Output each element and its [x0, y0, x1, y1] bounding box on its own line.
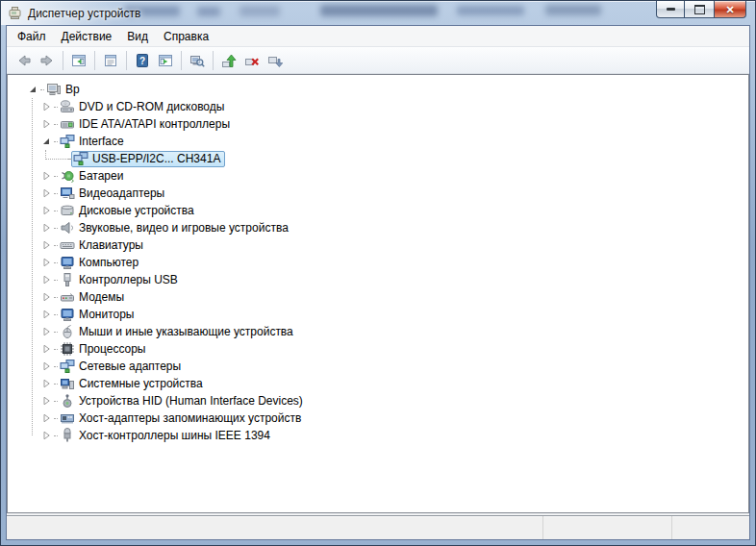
tree-item[interactable]: Interface	[8, 133, 748, 150]
tree-item-content[interactable]: Сетевые адаптеры	[58, 359, 186, 375]
tree-item[interactable]: Системные устройства	[8, 375, 748, 392]
tree-item[interactable]: Хост-контроллеры шины IEEE 1394	[8, 427, 748, 444]
expand-arrow-icon[interactable]	[38, 203, 54, 218]
titlebar[interactable]: Диспетчер устройств	[1, 1, 755, 25]
tree-item-content[interactable]: Вр	[44, 82, 85, 98]
uninstall-device-button[interactable]	[240, 49, 264, 72]
tree-item-content[interactable]: Модемы	[58, 289, 129, 306]
tree-item-label[interactable]: Вр	[65, 83, 80, 96]
tree-item-content[interactable]: DVD и CD-ROM дисководы	[58, 99, 229, 115]
scan-hardware-changes-button[interactable]	[186, 49, 209, 72]
tree-item[interactable]: Сетевые адаптеры	[8, 358, 748, 375]
tree-item-label[interactable]: Мыши и иные указывающие устройства	[79, 325, 293, 338]
tree-item[interactable]: Батареи	[8, 167, 748, 185]
tree-item-content[interactable]: Устройства HID (Human Interface Devices)	[58, 393, 308, 410]
tree-item-label[interactable]: USB-EPP/I2C... CH341A	[92, 152, 220, 165]
menu-item-file[interactable]: Файл	[10, 27, 54, 46]
menu-item-help[interactable]: Справка	[156, 27, 216, 46]
tree-item-label[interactable]: Модемы	[79, 290, 124, 304]
tree-item-label[interactable]: Видеоадаптеры	[79, 186, 164, 200]
expand-arrow-icon[interactable]	[38, 116, 54, 132]
tree-item[interactable]: Модемы	[8, 288, 748, 306]
tree-item-label[interactable]: Сетевые адаптеры	[79, 360, 181, 373]
tree-item[interactable]: Дисковые устройства	[8, 202, 748, 219]
tree-item-content[interactable]: Компьютер	[58, 255, 143, 271]
tree-item-content[interactable]: Системные устройства	[58, 376, 208, 392]
tree-item-content[interactable]: Процессоры	[58, 341, 151, 358]
tree-item[interactable]: USB-EPP/I2C... CH341A	[8, 150, 748, 167]
expand-arrow-icon[interactable]	[38, 289, 54, 305]
collapse-arrow-icon[interactable]	[25, 82, 40, 97]
expand-arrow-icon[interactable]	[38, 237, 54, 253]
close-button[interactable]	[714, 1, 746, 18]
tree-item[interactable]: Клавиатуры	[8, 236, 748, 254]
back-button[interactable]	[13, 49, 36, 72]
tree-item[interactable]: Мыши и иные указывающие устройства	[8, 323, 748, 340]
help-button[interactable]: ?	[131, 49, 154, 72]
minimize-button[interactable]	[656, 1, 685, 18]
tree-item-label[interactable]: Устройства HID (Human Interface Devices)	[79, 394, 303, 408]
tree-item-content[interactable]: Батареи	[58, 168, 128, 185]
maximize-button[interactable]	[685, 1, 714, 18]
tree-item[interactable]: Компьютер	[8, 254, 748, 271]
disable-device-button[interactable]	[264, 49, 287, 72]
device-tree[interactable]: ВрDVD и CD-ROM дисководыIDE ATA/ATAPI ко…	[7, 74, 749, 513]
tree-item-content[interactable]: Хост-адаптеры запоминающих устройств	[58, 410, 306, 427]
properties-button[interactable]	[99, 49, 122, 72]
tree-item-content[interactable]: IDE ATA/ATAPI контроллеры	[58, 116, 235, 133]
tree-item[interactable]: Видеоадаптеры	[8, 185, 748, 202]
expand-arrow-icon[interactable]	[38, 255, 54, 270]
tree-item-label[interactable]: Дисковые устройства	[79, 204, 194, 217]
tree-item[interactable]: Контроллеры USB	[8, 271, 748, 288]
tree-item[interactable]: IDE ATA/ATAPI контроллеры	[8, 115, 748, 133]
tree-item-label[interactable]: Контроллеры USB	[79, 273, 178, 286]
tree-item[interactable]: Мониторы	[8, 306, 748, 323]
expand-arrow-icon[interactable]	[38, 99, 54, 114]
tree-item[interactable]: Хост-адаптеры запоминающих устройств	[8, 410, 748, 427]
tree-item-content[interactable]: Звуковые, видео и игровые устройства	[58, 220, 293, 236]
expand-arrow-icon[interactable]	[38, 186, 54, 201]
tree-item-content[interactable]: Мониторы	[58, 307, 139, 323]
collapse-arrow-icon[interactable]	[38, 134, 54, 149]
tree-item-label[interactable]: Процессоры	[79, 342, 146, 356]
tree-item-label[interactable]: DVD и CD-ROM дисководы	[79, 100, 224, 113]
tree-item-label[interactable]: Хост-контроллеры шины IEEE 1394	[79, 429, 270, 442]
tree-item-content[interactable]: Дисковые устройства	[58, 203, 199, 219]
tree-item[interactable]: DVD и CD-ROM дисководы	[8, 98, 748, 115]
tree-item-content[interactable]: Контроллеры USB	[58, 272, 183, 288]
expand-arrow-icon[interactable]	[38, 428, 54, 443]
tree-item-label[interactable]: Батареи	[79, 169, 123, 183]
action-pane-button[interactable]	[154, 49, 177, 72]
tree-item-content[interactable]: USB-EPP/I2C... CH341A	[71, 151, 225, 167]
forward-button[interactable]	[36, 49, 59, 72]
tree-item-content[interactable]: Interface	[58, 134, 129, 150]
menu-item-view[interactable]: Вид	[119, 27, 156, 46]
show-console-tree-button[interactable]	[67, 49, 90, 72]
menu-item-action[interactable]: Действие	[54, 27, 120, 46]
tree-item-label[interactable]: Звуковые, видео и игровые устройства	[79, 221, 289, 235]
expand-arrow-icon[interactable]	[38, 324, 54, 339]
tree-item[interactable]: Процессоры	[8, 340, 748, 358]
expand-arrow-icon[interactable]	[38, 168, 54, 184]
tree-item[interactable]: Звуковые, видео и игровые устройства	[8, 219, 748, 236]
expand-arrow-icon[interactable]	[38, 307, 54, 322]
update-driver-button[interactable]	[217, 49, 240, 72]
expand-arrow-icon[interactable]	[38, 359, 54, 374]
tree-item-label[interactable]: Системные устройства	[79, 377, 203, 390]
expand-arrow-icon[interactable]	[38, 220, 54, 236]
tree-item-label[interactable]: Клавиатуры	[79, 238, 143, 252]
expand-arrow-icon[interactable]	[38, 376, 54, 391]
tree-item[interactable]: Вр	[8, 81, 748, 98]
tree-item[interactable]: Устройства HID (Human Interface Devices)	[8, 392, 748, 410]
tree-item-label[interactable]: Мониторы	[79, 308, 134, 321]
tree-item-label[interactable]: Interface	[79, 135, 124, 148]
expand-arrow-icon[interactable]	[38, 272, 54, 287]
tree-item-content[interactable]: Клавиатуры	[58, 237, 148, 254]
tree-item-label[interactable]: Хост-адаптеры запоминающих устройств	[79, 411, 301, 425]
expand-arrow-icon[interactable]	[38, 393, 54, 409]
tree-item-label[interactable]: IDE ATA/ATAPI контроллеры	[79, 117, 230, 131]
tree-item-label[interactable]: Компьютер	[79, 256, 139, 269]
tree-item-content[interactable]: Видеоадаптеры	[58, 186, 169, 202]
tree-item-content[interactable]: Хост-контроллеры шины IEEE 1394	[58, 428, 275, 444]
tree-item-content[interactable]: Мыши и иные указывающие устройства	[58, 324, 298, 340]
